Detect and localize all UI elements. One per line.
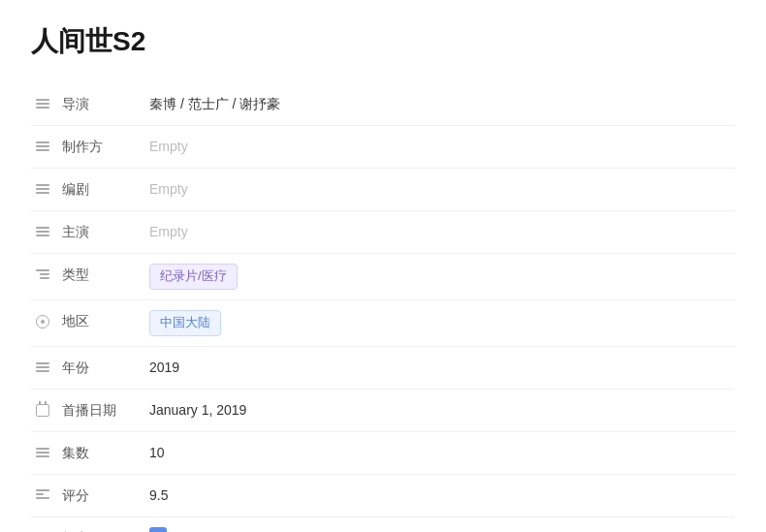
field-value-score: 9.5	[149, 485, 735, 506]
field-label-genre: 类型	[62, 264, 149, 285]
field-label-director: 导演	[62, 93, 149, 114]
lines-icon	[31, 221, 54, 236]
field-label-year: 年份	[62, 357, 149, 378]
field-label-air-date: 首播日期	[62, 399, 149, 421]
field-value-producer: Empty	[149, 136, 735, 157]
field-value-region[interactable]: 中国大陆	[149, 310, 735, 336]
field-row-air-date: 首播日期January 1, 2019	[31, 390, 735, 432]
field-label-writer: 编剧	[62, 178, 149, 200]
lines-icon	[31, 357, 54, 372]
field-row-score: 评分9.5	[31, 475, 735, 517]
field-label-region: 地区	[62, 310, 149, 331]
list-icon	[31, 264, 54, 279]
lines-icon	[31, 136, 54, 151]
field-value-episodes: 10	[149, 442, 735, 463]
field-label-producer: 制作方	[62, 136, 149, 157]
field-row-episodes: 集数10	[31, 432, 735, 475]
field-label-score: 评分	[62, 485, 149, 506]
field-label-checkin: 打卡	[62, 527, 149, 532]
field-label-cast: 主演	[62, 221, 149, 242]
field-value-writer: Empty	[149, 178, 735, 200]
field-row-genre: 类型纪录片/医疗	[31, 254, 735, 300]
field-row-director: 导演秦博 / 范士广 / 谢抒豪	[31, 83, 735, 126]
lines-icon	[31, 442, 54, 457]
score-icon	[31, 485, 54, 499]
fields-container: 导演秦博 / 范士广 / 谢抒豪制作方Empty编剧Empty主演Empty类型…	[31, 83, 735, 532]
checkin-checkbox[interactable]	[149, 527, 167, 532]
field-row-year: 年份2019	[31, 347, 735, 390]
field-label-episodes: 集数	[62, 442, 149, 463]
field-value-checkin[interactable]	[149, 527, 735, 532]
lines-icon	[31, 178, 54, 194]
field-value-genre[interactable]: 纪录片/医疗	[149, 264, 735, 290]
calendar-icon	[31, 399, 54, 417]
field-value-year: 2019	[149, 357, 735, 378]
field-row-cast: 主演Empty	[31, 211, 735, 254]
field-row-producer: 制作方Empty	[31, 126, 735, 169]
field-value-cast: Empty	[149, 221, 735, 242]
field-row-region: 地区中国大陆	[31, 300, 735, 347]
field-row-checkin: 打卡	[31, 517, 735, 532]
checkbox-icon	[31, 527, 54, 532]
field-row-writer: 编剧Empty	[31, 169, 735, 211]
location-icon	[31, 310, 54, 329]
page-title: 人间世S2	[31, 23, 735, 60]
field-value-director: 秦博 / 范士广 / 谢抒豪	[149, 93, 735, 114]
field-value-air-date: January 1, 2019	[149, 399, 735, 421]
lines-icon	[31, 93, 54, 109]
